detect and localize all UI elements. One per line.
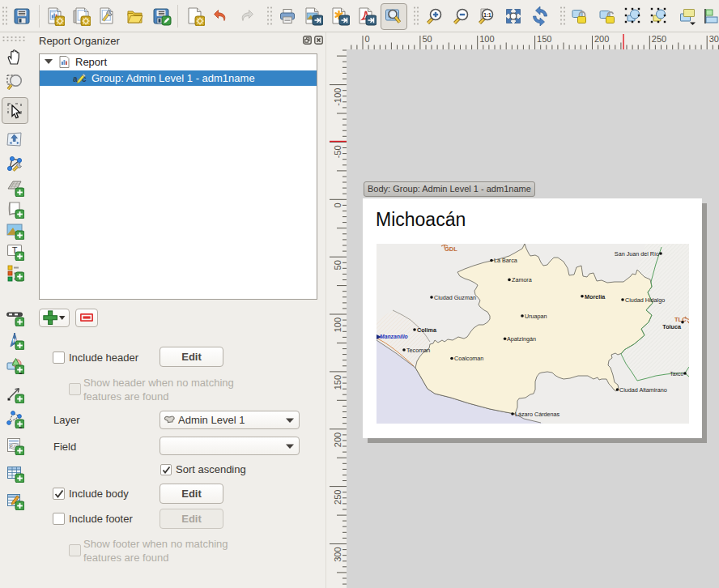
svg-text:0: 0 bbox=[365, 34, 370, 44]
svg-text:250: 250 bbox=[333, 490, 342, 505]
svg-text:Toluca: Toluca bbox=[662, 323, 682, 330]
svg-text:San Juan del Río: San Juan del Río bbox=[615, 250, 659, 258]
svg-text:GDL: GDL bbox=[445, 245, 457, 253]
svg-text:50: 50 bbox=[422, 34, 432, 44]
svg-text:Morelia: Morelia bbox=[585, 293, 606, 300]
svg-text:Ciudad Hidalgo: Ciudad Hidalgo bbox=[625, 296, 665, 304]
svg-text:100: 100 bbox=[479, 34, 494, 44]
svg-text:Zamora: Zamora bbox=[512, 276, 532, 283]
svg-text:250: 250 bbox=[652, 34, 666, 44]
svg-text:Coalcoman: Coalcoman bbox=[454, 355, 483, 362]
svg-text:Colima: Colima bbox=[417, 326, 437, 334]
svg-text:Ciudad Guzman: Ciudad Guzman bbox=[434, 294, 476, 301]
svg-text:Uruapan: Uruapan bbox=[525, 313, 547, 320]
svg-text:-50: -50 bbox=[333, 145, 342, 158]
svg-text:a: a bbox=[73, 75, 78, 83]
svg-text:Lázaro Cárdenas: Lázaro Cárdenas bbox=[515, 411, 560, 418]
svg-text:Apatzingán: Apatzingán bbox=[507, 335, 536, 343]
svg-text:150: 150 bbox=[333, 375, 342, 390]
svg-text:La Barca: La Barca bbox=[494, 257, 517, 264]
svg-text:0: 0 bbox=[333, 202, 342, 207]
svg-text:150: 150 bbox=[537, 34, 551, 44]
svg-text:50: 50 bbox=[333, 260, 342, 270]
svg-text:1:1: 1:1 bbox=[483, 12, 491, 18]
svg-text:Tecoman: Tecoman bbox=[406, 347, 430, 354]
svg-text:Manzanillo: Manzanillo bbox=[380, 334, 408, 339]
svg-text:Ciudad Altamirano: Ciudad Altamirano bbox=[619, 386, 667, 394]
svg-text:100: 100 bbox=[333, 317, 342, 332]
svg-text:200: 200 bbox=[333, 432, 342, 447]
svg-text:TLC: TLC bbox=[674, 316, 687, 323]
svg-text:-100: -100 bbox=[333, 88, 342, 106]
svg-text:300: 300 bbox=[333, 548, 342, 562]
svg-text:Taxco: Taxco bbox=[670, 371, 684, 377]
svg-text:300: 300 bbox=[709, 34, 719, 44]
svg-text:200: 200 bbox=[594, 34, 609, 44]
